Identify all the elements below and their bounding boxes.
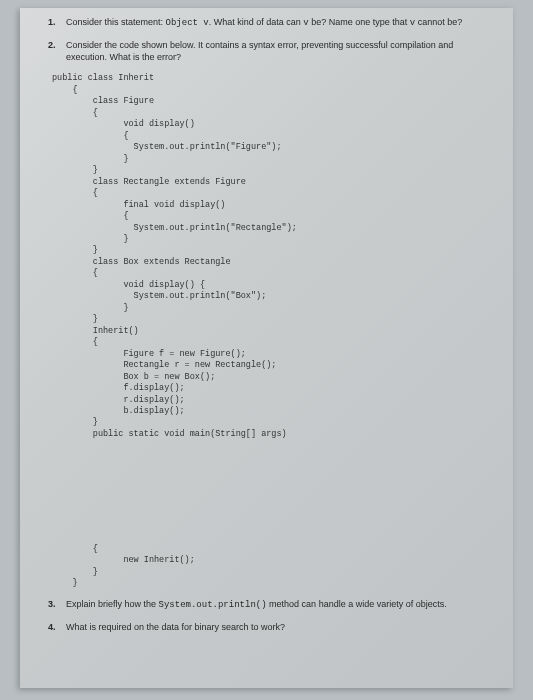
q1-body: Consider this statement: Object v. What … bbox=[66, 16, 489, 29]
code-line: System.out.println("Rectangle"); bbox=[52, 223, 297, 233]
code-line: { bbox=[52, 131, 129, 141]
code-line: { bbox=[52, 268, 98, 278]
code-line: } bbox=[52, 154, 129, 164]
code-line: Figure f = new Figure(); bbox=[52, 349, 246, 359]
code-line: } bbox=[52, 578, 78, 588]
code-line: { bbox=[52, 108, 98, 118]
code-block: public class Inherit { class Figure { vo… bbox=[52, 73, 489, 589]
question-4: 4. What is required on the data for bina… bbox=[48, 621, 489, 633]
q1-text-c: be? Name one type that bbox=[309, 17, 410, 27]
q4-number: 4. bbox=[48, 621, 66, 633]
code-line: } bbox=[52, 303, 129, 313]
q2-body: Consider the code shown below. It contai… bbox=[66, 39, 489, 63]
code-line: { bbox=[52, 85, 78, 95]
q1-number: 1. bbox=[48, 16, 66, 29]
code-line: class Box extends Rectangle bbox=[52, 257, 231, 267]
q4-body: What is required on the data for binary … bbox=[66, 621, 489, 633]
code-line: Inherit() bbox=[52, 326, 139, 336]
q3-text-a: Explain briefly how the bbox=[66, 599, 159, 609]
q1-code-a: Object v bbox=[166, 18, 209, 28]
question-3: 3. Explain briefly how the System.out.pr… bbox=[48, 598, 489, 611]
q3-code-a: System.out.println() bbox=[159, 600, 267, 610]
code-line: Box b = new Box(); bbox=[52, 372, 215, 382]
code-line: b.display(); bbox=[52, 406, 185, 416]
q3-text-b: method can handle a wide variety of obje… bbox=[267, 599, 447, 609]
code-line: f.display(); bbox=[52, 383, 185, 393]
question-2: 2. Consider the code shown below. It con… bbox=[48, 39, 489, 63]
q2-number: 2. bbox=[48, 39, 66, 63]
code-line: class Figure bbox=[52, 96, 154, 106]
code-line: new Inherit(); bbox=[52, 555, 195, 565]
code-line: { bbox=[52, 211, 129, 221]
code-line: { bbox=[52, 544, 98, 554]
code-line: } bbox=[52, 234, 129, 244]
code-line: } bbox=[52, 245, 98, 255]
code-line: void display() { bbox=[52, 280, 205, 290]
code-line: Rectangle r = new Rectangle(); bbox=[52, 360, 276, 370]
code-line: { bbox=[52, 337, 98, 347]
code-line: void display() bbox=[52, 119, 195, 129]
code-line: public static void main(String[] args) bbox=[52, 429, 287, 439]
code-line: } bbox=[52, 417, 98, 427]
q1-text-a: Consider this statement: bbox=[66, 17, 166, 27]
code-line: } bbox=[52, 567, 98, 577]
code-line: } bbox=[52, 165, 98, 175]
code-line: System.out.println("Box"); bbox=[52, 291, 266, 301]
code-line: class Rectangle extends Figure bbox=[52, 177, 246, 187]
code-line: } bbox=[52, 314, 98, 324]
code-line: System.out.println("Figure"); bbox=[52, 142, 282, 152]
worksheet-page: 1. Consider this statement: Object v. Wh… bbox=[20, 8, 513, 688]
q3-body: Explain briefly how the System.out.print… bbox=[66, 598, 489, 611]
q1-text-b: . What kind of data can bbox=[209, 17, 304, 27]
q3-number: 3. bbox=[48, 598, 66, 611]
code-line: final void display() bbox=[52, 200, 225, 210]
code-line: public class Inherit bbox=[52, 73, 154, 83]
q1-text-d: cannot be? bbox=[415, 17, 462, 27]
question-1: 1. Consider this statement: Object v. Wh… bbox=[48, 16, 489, 29]
code-line: { bbox=[52, 188, 98, 198]
code-line: r.display(); bbox=[52, 395, 185, 405]
